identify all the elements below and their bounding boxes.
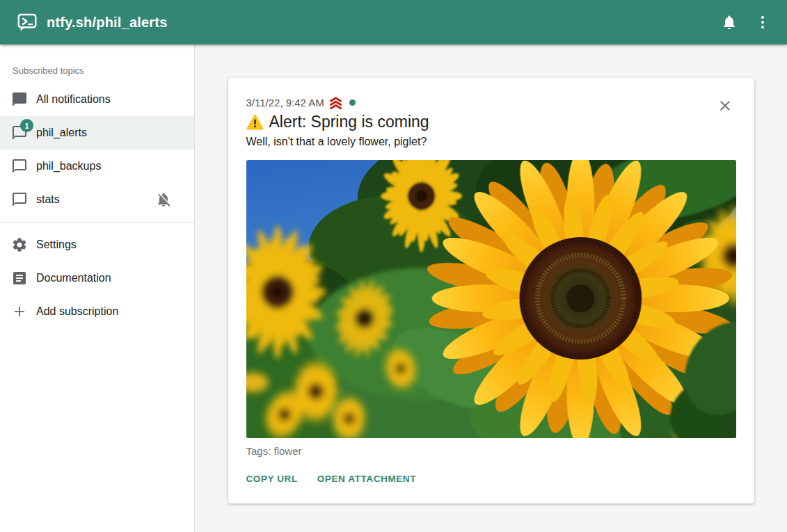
chat-bubble-outline-icon	[11, 191, 28, 208]
chat-bubble-filled-icon	[11, 91, 28, 108]
sidebar-item-label: phil_alerts	[36, 127, 87, 139]
sidebar-item-documentation[interactable]: Documentation	[0, 261, 194, 295]
tags-label: Tags: flower	[246, 445, 736, 457]
attachment-image-sunflower-photo[interactable]	[246, 160, 736, 438]
sidebar-item-phil-backups[interactable]: phil_backups	[0, 150, 194, 183]
notifications-off-icon	[155, 191, 172, 208]
sidebar-item-label: Settings	[36, 239, 77, 251]
sidebar: Subscribed topics All notifications 1 ph…	[0, 45, 195, 532]
notification-body: Well, isn't that a lovely flower, piglet…	[246, 136, 736, 148]
page-title: ntfy.sh/phil_alerts	[47, 15, 715, 31]
open-attachment-button[interactable]: OPEN ATTACHMENT	[317, 471, 416, 487]
gear-icon	[11, 236, 28, 253]
ntfy-app: ntfy.sh/phil_alerts Subscribed topics Al…	[0, 0, 787, 532]
notification-actions: COPY URL OPEN ATTACHMENT	[246, 471, 736, 491]
main-area: 3/11/22, 9:42 AM Alert: Spring is comi	[195, 45, 787, 532]
timestamp: 3/11/22, 9:42 AM	[246, 97, 324, 108]
ntfy-logo-icon	[17, 12, 38, 33]
unread-count-badge: 1	[20, 119, 33, 132]
appbar: ntfy.sh/phil_alerts	[0, 0, 787, 45]
sidebar-item-label: Documentation	[36, 272, 111, 284]
notification-title: Alert: Spring is coming	[246, 113, 736, 131]
notification-card: 3/11/22, 9:42 AM Alert: Spring is comi	[228, 78, 754, 503]
kebab-menu-button[interactable]	[748, 8, 777, 37]
sidebar-item-label: phil_backups	[36, 160, 101, 172]
copy-url-button[interactable]: COPY URL	[246, 471, 298, 487]
bell-icon	[721, 14, 738, 31]
sidebar-item-phil-alerts[interactable]: 1 phil_alerts	[0, 116, 194, 150]
new-message-dot	[349, 99, 356, 106]
kebab-menu-icon	[754, 14, 771, 31]
plus-icon	[11, 303, 28, 320]
close-icon[interactable]	[714, 95, 736, 117]
sidebar-item-add-subscription[interactable]: Add subscription	[0, 295, 194, 328]
sidebar-item-label: stats	[36, 193, 60, 206]
chat-bubble-outline-icon	[11, 158, 28, 175]
priority-max-icon	[328, 95, 344, 110]
sidebar-item-all-notifications[interactable]: All notifications	[0, 83, 194, 116]
article-icon	[11, 270, 28, 287]
subscribed-topics-label: Subscribed topics	[13, 65, 183, 76]
sidebar-item-label: Add subscription	[36, 305, 118, 318]
notification-title-text: Alert: Spring is coming	[269, 113, 429, 131]
notification-meta: 3/11/22, 9:42 AM	[246, 96, 736, 108]
sidebar-item-label: All notifications	[36, 93, 111, 106]
sidebar-item-settings[interactable]: Settings	[0, 228, 194, 261]
sidebar-item-stats[interactable]: stats	[0, 183, 194, 216]
sidebar-divider	[0, 222, 194, 223]
notifications-bell-button[interactable]	[715, 8, 744, 37]
chat-bubble-outline-icon: 1	[11, 124, 28, 141]
warning-emoji-icon	[246, 114, 264, 130]
